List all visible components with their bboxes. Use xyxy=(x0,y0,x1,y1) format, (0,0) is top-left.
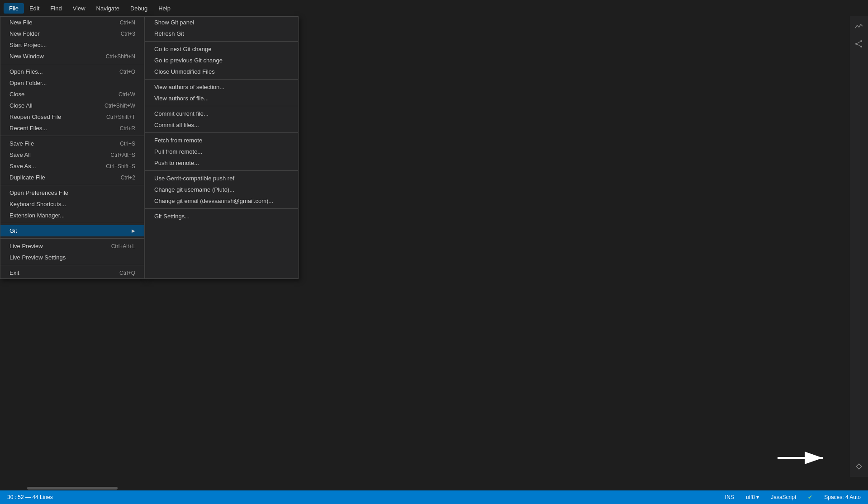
menu-extension-manager[interactable]: Extension Manager... xyxy=(0,210,144,221)
menubar-view[interactable]: View xyxy=(67,3,91,14)
menu-keyboard-shortcuts[interactable]: Keyboard Shortcuts... xyxy=(0,198,144,210)
menu-open-folder[interactable]: Open Folder... xyxy=(0,77,144,89)
status-check[interactable]: ✔ xyxy=(805,493,815,501)
separator-1 xyxy=(0,64,144,64)
git-sep-5 xyxy=(145,170,298,171)
git-sep-1 xyxy=(145,41,298,42)
menu-live-preview-settings[interactable]: Live Preview Settings xyxy=(0,252,144,263)
git-change-email[interactable]: Change git email (devvaannsh@gmail.com).… xyxy=(145,195,298,207)
menu-start-project[interactable]: Start Project... xyxy=(0,39,144,51)
git-commit-current[interactable]: Commit current file... xyxy=(145,108,298,119)
status-ins[interactable]: INS xyxy=(722,493,737,501)
git-change-username[interactable]: Change git username (Pluto)... xyxy=(145,184,298,195)
horizontal-scrollbar[interactable] xyxy=(0,486,850,490)
status-encoding[interactable]: utf8 ▾ xyxy=(743,493,762,501)
menubar-find[interactable]: Find xyxy=(45,3,67,14)
separator-2 xyxy=(0,136,144,136)
svg-point-0 xyxy=(860,40,862,42)
menu-open-prefs[interactable]: Open Preferences File xyxy=(0,187,144,198)
svg-point-1 xyxy=(855,43,857,45)
git-next-change[interactable]: Go to next Git change xyxy=(145,43,298,55)
activity-icon[interactable] xyxy=(852,20,866,33)
menu-live-preview[interactable]: Live Preview Ctrl+Alt+L xyxy=(0,240,144,252)
file-menu: New File Ctrl+N New Folder Ctrl+3 Start … xyxy=(0,16,145,279)
git-view-authors-file[interactable]: View authors of file... xyxy=(145,93,298,104)
separator-5 xyxy=(0,238,144,239)
diamond-icon[interactable] xyxy=(852,460,866,473)
separator-4 xyxy=(0,223,144,223)
menubar-edit[interactable]: Edit xyxy=(24,3,45,14)
status-bar: 30 : 52 — 44 Lines INS utf8 ▾ JavaScript… xyxy=(0,490,868,504)
git-settings[interactable]: Git Settings... xyxy=(145,211,298,222)
separator-6 xyxy=(0,265,144,265)
menu-recent-files[interactable]: Recent Files... Ctrl+R xyxy=(0,122,144,134)
menu-reopen-closed[interactable]: Reopen Closed File Ctrl+Shift+T xyxy=(0,111,144,122)
svg-point-2 xyxy=(860,46,862,47)
menu-new-file[interactable]: New File Ctrl+N xyxy=(0,17,144,28)
dropdown-overlay: New File Ctrl+N New Folder Ctrl+3 Start … xyxy=(0,16,299,279)
status-left: 30 : 52 — 44 Lines xyxy=(5,493,56,501)
submenu-arrow: ▶ xyxy=(132,228,135,233)
menu-new-window[interactable]: New Window Ctrl+Shift+N xyxy=(0,51,144,62)
menu-open-files[interactable]: Open Files... Ctrl+O xyxy=(0,66,144,77)
menu-save-all[interactable]: Save All Ctrl+Alt+S xyxy=(0,149,144,160)
git-pull-remote[interactable]: Pull from remote... xyxy=(145,146,298,157)
scrollbar-thumb[interactable] xyxy=(27,487,118,490)
git-push-remote[interactable]: Push to remote... xyxy=(145,157,298,169)
menubar: File Edit Find View Navigate Debug Help xyxy=(0,0,868,16)
menu-git[interactable]: Git ▶ xyxy=(0,225,144,236)
right-sidebar xyxy=(850,16,868,477)
status-language[interactable]: JavaScript xyxy=(768,493,799,501)
git-fetch-remote[interactable]: Fetch from remote xyxy=(145,135,298,146)
menubar-debug[interactable]: Debug xyxy=(125,3,153,14)
menubar-help[interactable]: Help xyxy=(153,3,176,14)
svg-line-4 xyxy=(857,44,860,46)
status-right: INS utf8 ▾ JavaScript ✔ Spaces: 4 Auto xyxy=(722,493,863,501)
menu-new-folder[interactable]: New Folder Ctrl+3 xyxy=(0,28,144,39)
menubar-navigate[interactable]: Navigate xyxy=(91,3,125,14)
status-spaces[interactable]: Spaces: 4 Auto xyxy=(821,493,863,501)
git-close-unmodified[interactable]: Close Unmodified Files xyxy=(145,66,298,77)
git-prev-change[interactable]: Go to previous Git change xyxy=(145,55,298,66)
git-commit-all[interactable]: Commit all files... xyxy=(145,119,298,131)
git-show-panel[interactable]: Show Git panel xyxy=(145,17,298,28)
git-view-authors-sel[interactable]: View authors of selection... xyxy=(145,81,298,93)
git-sep-3 xyxy=(145,106,298,106)
git-sep-6 xyxy=(145,208,298,209)
menu-save-file[interactable]: Save File Ctrl+S xyxy=(0,138,144,149)
git-sep-4 xyxy=(145,132,298,133)
share-icon[interactable] xyxy=(852,37,866,51)
menu-exit[interactable]: Exit Ctrl+Q xyxy=(0,267,144,278)
git-refresh[interactable]: Refresh Git xyxy=(145,28,298,39)
git-gerrit-push[interactable]: Use Gerrit-compatible push ref xyxy=(145,173,298,184)
separator-3 xyxy=(0,185,144,185)
git-submenu: Show Git panel Refresh Git Go to next Gi… xyxy=(145,16,299,279)
status-position[interactable]: 30 : 52 — 44 Lines xyxy=(5,493,56,501)
menu-save-as[interactable]: Save As... Ctrl+Shift+S xyxy=(0,160,144,172)
menu-close-all[interactable]: Close All Ctrl+Shift+W xyxy=(0,100,144,111)
svg-rect-5 xyxy=(856,464,861,469)
menu-close[interactable]: Close Ctrl+W xyxy=(0,89,144,100)
svg-line-3 xyxy=(857,42,860,43)
menu-duplicate-file[interactable]: Duplicate File Ctrl+2 xyxy=(0,172,144,183)
menubar-file[interactable]: File xyxy=(4,3,24,14)
git-sep-2 xyxy=(145,79,298,80)
